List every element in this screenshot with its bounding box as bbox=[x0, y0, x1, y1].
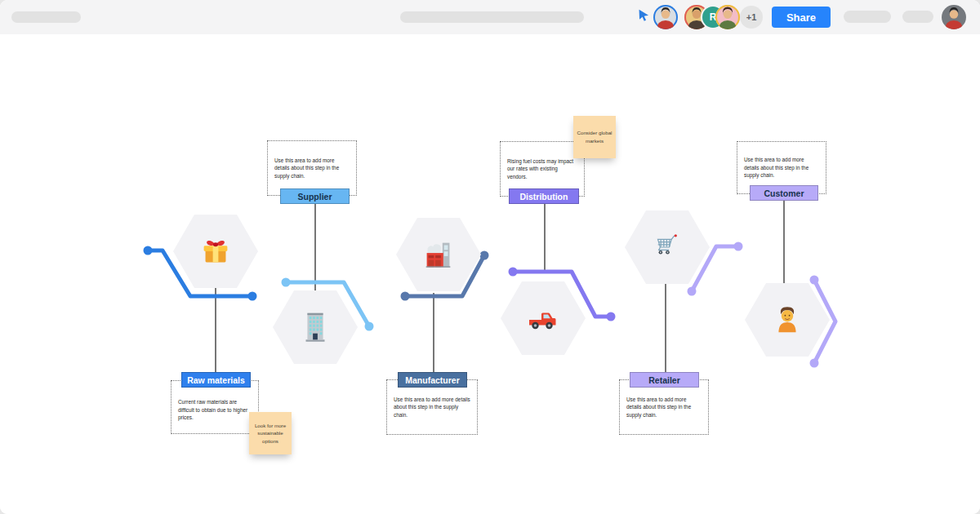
stage-label-distribution[interactable]: Distribution bbox=[509, 188, 579, 204]
note-box-raw-materials[interactable]: Current raw materials are difficult to o… bbox=[171, 380, 259, 434]
note-text: Use this area to add more details about … bbox=[274, 157, 350, 180]
note-text: Use this area to add more details about … bbox=[626, 396, 702, 419]
shopping-cart-icon bbox=[650, 230, 684, 264]
note-box-manufacturer[interactable]: Use this area to add more details about … bbox=[386, 379, 478, 435]
note-text: Current raw materials are difficult to o… bbox=[178, 398, 252, 422]
sticky-note-sustainable[interactable]: Look for more sustainable options bbox=[249, 412, 292, 454]
connector-layer bbox=[0, 34, 980, 514]
whiteboard-app: R +1 Share bbox=[0, 0, 980, 514]
control-placeholder-2 bbox=[902, 11, 933, 23]
user-avatar[interactable] bbox=[942, 5, 966, 29]
canvas[interactable]: Current raw materials are difficult to o… bbox=[0, 34, 980, 514]
overflow-collaborators-badge[interactable]: +1 bbox=[740, 6, 763, 29]
sticky-text: Look for more sustainable options bbox=[252, 422, 289, 445]
topbar: R +1 Share bbox=[0, 0, 980, 35]
share-button[interactable]: Share bbox=[772, 7, 831, 28]
sticky-text: Consider global markets bbox=[576, 129, 613, 144]
note-text: Rising fuel costs may impact our rates w… bbox=[507, 157, 577, 181]
stage-label-supplier[interactable]: Supplier bbox=[280, 188, 350, 204]
note-box-supplier[interactable]: Use this area to add more details about … bbox=[267, 140, 357, 196]
menu-placeholder bbox=[11, 11, 81, 23]
note-box-retailer[interactable]: Use this area to add more details about … bbox=[619, 379, 709, 435]
collaborator-cursor-icon bbox=[637, 8, 651, 26]
stage-label-manufacturer[interactable]: Manufacturer bbox=[398, 372, 467, 388]
office-building-icon bbox=[296, 308, 334, 346]
gift-icon bbox=[197, 233, 234, 270]
stage-label-raw-materials[interactable]: Raw materials bbox=[181, 372, 251, 388]
stage-label-customer[interactable]: Customer bbox=[750, 185, 818, 201]
presenter-avatar[interactable] bbox=[653, 5, 678, 29]
factory-icon bbox=[420, 236, 457, 273]
sticky-note-global-markets[interactable]: Consider global markets bbox=[573, 116, 616, 158]
pickup-truck-icon bbox=[523, 299, 563, 338]
control-placeholder-1 bbox=[844, 11, 891, 23]
collaborator-avatar-2[interactable] bbox=[715, 5, 740, 29]
note-text: Use this area to add more details about … bbox=[744, 156, 819, 179]
stage-label-retailer[interactable]: Retailer bbox=[630, 372, 699, 388]
note-text: Use this area to add more details about … bbox=[394, 396, 470, 419]
person-icon bbox=[768, 301, 806, 339]
title-placeholder bbox=[400, 11, 584, 23]
